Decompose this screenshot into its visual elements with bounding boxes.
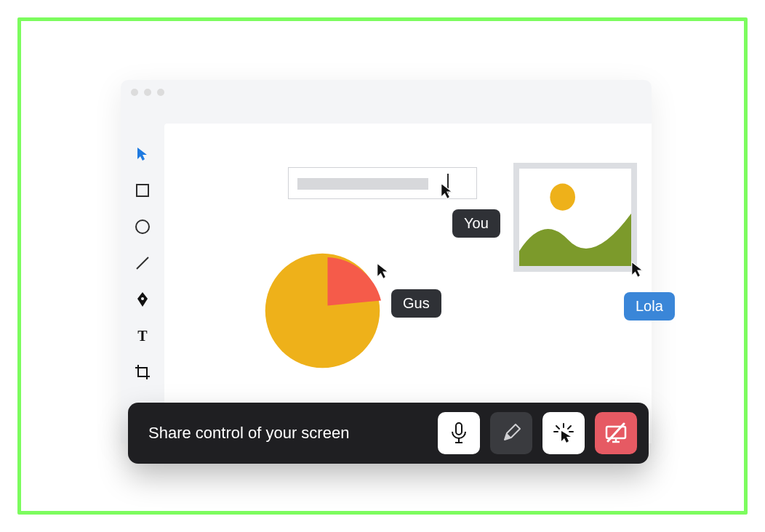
- svg-line-2: [137, 257, 148, 269]
- text-icon: T: [135, 329, 150, 343]
- pointer-tool[interactable]: [132, 144, 153, 164]
- cursor-you: [439, 182, 455, 201]
- svg-text:T: T: [137, 329, 148, 343]
- cursor-label-lola: Lola: [624, 292, 675, 321]
- laser-pointer-icon: [553, 422, 574, 444]
- laser-pointer-button[interactable]: [542, 412, 585, 454]
- square-icon: [135, 183, 150, 198]
- square-tool[interactable]: [132, 180, 153, 201]
- image-placeholder[interactable]: [513, 163, 637, 272]
- app-body: T You: [121, 124, 652, 443]
- tool-sidebar: T: [121, 124, 164, 443]
- pointer-icon: [136, 146, 149, 162]
- stop-share-icon: [604, 422, 628, 444]
- window-dot-close[interactable]: [131, 89, 138, 96]
- window-dot-minimize[interactable]: [144, 89, 151, 96]
- pie-chart[interactable]: [259, 247, 386, 374]
- canvas[interactable]: You Gus Lola: [164, 124, 652, 443]
- svg-rect-0: [137, 185, 148, 196]
- microphone-button[interactable]: [438, 412, 480, 454]
- cursor-gus: [375, 262, 391, 281]
- svg-rect-8: [456, 423, 462, 435]
- cursor-label-you: You: [452, 209, 500, 238]
- crop-icon: [135, 364, 151, 380]
- app-window: T You: [121, 80, 652, 443]
- svg-point-3: [141, 297, 144, 300]
- svg-line-12: [556, 426, 559, 429]
- image-placeholder-icon: [519, 169, 631, 266]
- line-icon: [135, 255, 151, 271]
- cursor-label-gus: Gus: [391, 289, 441, 318]
- svg-line-13: [568, 426, 571, 429]
- crop-tool[interactable]: [132, 362, 153, 382]
- microphone-icon: [449, 422, 469, 445]
- svg-point-1: [136, 220, 149, 233]
- pencil-icon: [501, 423, 521, 443]
- text-tool[interactable]: T: [132, 326, 153, 346]
- line-tool[interactable]: [132, 253, 153, 273]
- pencil-button[interactable]: [490, 412, 532, 454]
- share-toolbar: Share control of your screen: [128, 403, 649, 464]
- stop-share-button[interactable]: [595, 412, 637, 454]
- text-selection: [297, 178, 428, 190]
- circle-icon: [135, 219, 151, 235]
- circle-tool[interactable]: [132, 217, 153, 237]
- cursor-lola: [630, 260, 646, 279]
- window-dot-zoom[interactable]: [157, 89, 164, 96]
- svg-point-7: [550, 184, 575, 211]
- share-toolbar-label: Share control of your screen: [148, 424, 428, 443]
- svg-point-5: [265, 254, 380, 368]
- pen-icon: [135, 291, 150, 307]
- window-titlebar: [121, 80, 652, 105]
- pen-tool[interactable]: [132, 289, 153, 310]
